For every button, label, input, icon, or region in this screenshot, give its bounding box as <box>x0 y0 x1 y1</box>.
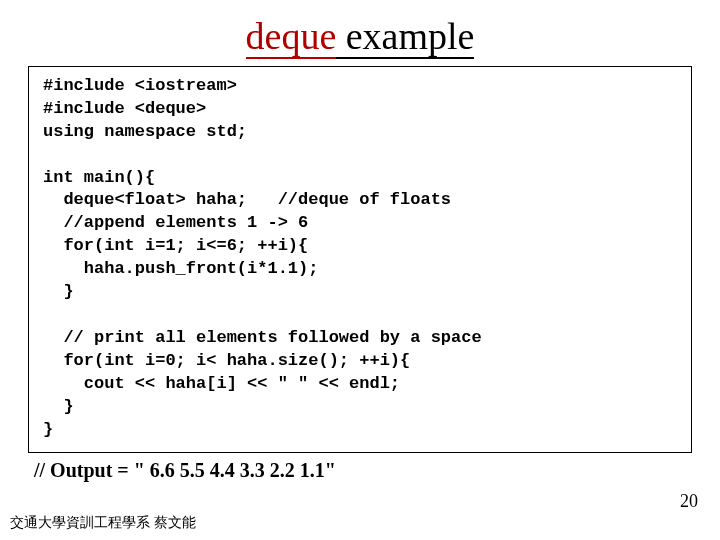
title-rest: example <box>336 15 474 59</box>
code-block-1: #include <iostream> #include <deque> usi… <box>43 75 677 144</box>
code-block-2: int main(){ deque<float> haha; //deque o… <box>43 167 677 305</box>
slide: deque example #include <iostream> #inclu… <box>0 0 720 540</box>
code-box: #include <iostream> #include <deque> usi… <box>28 66 692 453</box>
output-line: // Output = " 6.6 5.5 4.4 3.3 2.2 1.1" <box>34 459 692 482</box>
page-number: 20 <box>680 491 698 512</box>
code-block-3: // print all elements followed by a spac… <box>43 327 677 442</box>
footer-text: 交通大學資訓工程學系 蔡文能 <box>10 514 196 532</box>
slide-title: deque example <box>28 16 692 58</box>
title-keyword: deque <box>246 15 337 59</box>
